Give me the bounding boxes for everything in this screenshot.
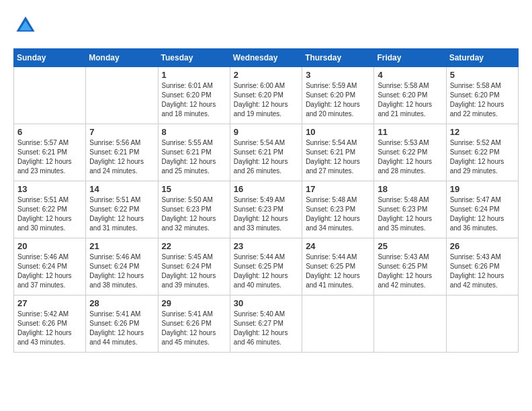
day-info: Sunrise: 5:58 AM Sunset: 6:20 PM Dayligh… — [450, 81, 515, 119]
day-number: 25 — [378, 241, 442, 251]
day-number: 12 — [450, 127, 515, 137]
calendar-cell: 25Sunrise: 5:43 AM Sunset: 6:25 PM Dayli… — [374, 238, 446, 295]
day-info: Sunrise: 5:54 AM Sunset: 6:21 PM Dayligh… — [234, 138, 298, 176]
calendar-cell — [374, 295, 446, 353]
page-header — [13, 13, 519, 38]
day-number: 28 — [89, 298, 154, 308]
day-number: 18 — [378, 184, 442, 194]
day-info: Sunrise: 5:52 AM Sunset: 6:22 PM Dayligh… — [450, 138, 515, 176]
calendar-cell: 4Sunrise: 5:58 AM Sunset: 6:20 PM Daylig… — [374, 67, 446, 124]
day-number: 22 — [162, 241, 226, 251]
day-info: Sunrise: 5:54 AM Sunset: 6:21 PM Dayligh… — [306, 138, 370, 176]
day-info: Sunrise: 6:01 AM Sunset: 6:20 PM Dayligh… — [162, 81, 226, 119]
weekday-header: Sunday — [14, 49, 86, 67]
day-number: 6 — [17, 127, 82, 137]
day-number: 26 — [450, 241, 515, 251]
calendar-cell: 22Sunrise: 5:45 AM Sunset: 6:24 PM Dayli… — [158, 238, 230, 295]
day-number: 7 — [89, 127, 154, 137]
day-number: 4 — [378, 70, 442, 80]
weekday-header: Thursday — [302, 49, 374, 67]
day-info: Sunrise: 5:43 AM Sunset: 6:25 PM Dayligh… — [378, 253, 442, 290]
calendar-cell: 13Sunrise: 5:51 AM Sunset: 6:22 PM Dayli… — [14, 181, 86, 238]
day-number: 23 — [234, 241, 298, 251]
day-number: 15 — [162, 184, 226, 194]
calendar-cell: 24Sunrise: 5:44 AM Sunset: 6:25 PM Dayli… — [302, 238, 374, 295]
day-number: 27 — [17, 298, 82, 308]
calendar-table: SundayMondayTuesdayWednesdayThursdayFrid… — [13, 48, 519, 353]
day-number: 29 — [162, 298, 226, 308]
day-info: Sunrise: 5:53 AM Sunset: 6:22 PM Dayligh… — [378, 138, 442, 176]
logo — [13, 13, 42, 38]
day-info: Sunrise: 5:41 AM Sunset: 6:26 PM Dayligh… — [89, 310, 154, 347]
calendar-cell: 2Sunrise: 6:00 AM Sunset: 6:20 PM Daylig… — [230, 67, 302, 124]
day-info: Sunrise: 5:50 AM Sunset: 6:23 PM Dayligh… — [162, 195, 226, 233]
day-info: Sunrise: 5:44 AM Sunset: 6:25 PM Dayligh… — [234, 253, 298, 290]
calendar-cell — [302, 295, 374, 353]
calendar-cell: 8Sunrise: 5:55 AM Sunset: 6:21 PM Daylig… — [158, 124, 230, 181]
day-info: Sunrise: 5:57 AM Sunset: 6:21 PM Dayligh… — [17, 138, 82, 176]
day-info: Sunrise: 5:48 AM Sunset: 6:23 PM Dayligh… — [378, 195, 442, 233]
day-number: 10 — [306, 127, 370, 137]
calendar-cell: 18Sunrise: 5:48 AM Sunset: 6:23 PM Dayli… — [374, 181, 446, 238]
day-number: 3 — [306, 70, 370, 80]
day-info: Sunrise: 5:51 AM Sunset: 6:22 PM Dayligh… — [89, 195, 154, 233]
week-row: 13Sunrise: 5:51 AM Sunset: 6:22 PM Dayli… — [14, 181, 519, 238]
logo-icon — [13, 13, 38, 38]
calendar-cell — [446, 295, 518, 353]
weekday-header: Saturday — [446, 49, 518, 67]
calendar-cell: 19Sunrise: 5:47 AM Sunset: 6:24 PM Dayli… — [446, 181, 518, 238]
week-row: 6Sunrise: 5:57 AM Sunset: 6:21 PM Daylig… — [14, 124, 519, 181]
day-info: Sunrise: 5:49 AM Sunset: 6:23 PM Dayligh… — [234, 195, 298, 233]
calendar-cell — [14, 67, 86, 124]
weekday-header: Wednesday — [230, 49, 302, 67]
calendar-cell: 1Sunrise: 6:01 AM Sunset: 6:20 PM Daylig… — [158, 67, 230, 124]
day-number: 30 — [234, 298, 298, 308]
week-row: 1Sunrise: 6:01 AM Sunset: 6:20 PM Daylig… — [14, 67, 519, 124]
day-number: 11 — [378, 127, 442, 137]
day-info: Sunrise: 5:42 AM Sunset: 6:26 PM Dayligh… — [17, 310, 82, 347]
day-info: Sunrise: 5:58 AM Sunset: 6:20 PM Dayligh… — [378, 81, 442, 119]
calendar-cell: 26Sunrise: 5:43 AM Sunset: 6:26 PM Dayli… — [446, 238, 518, 295]
day-number: 19 — [450, 184, 515, 194]
calendar-cell: 29Sunrise: 5:41 AM Sunset: 6:26 PM Dayli… — [158, 295, 230, 353]
day-number: 1 — [162, 70, 226, 80]
day-info: Sunrise: 5:59 AM Sunset: 6:20 PM Dayligh… — [306, 81, 370, 119]
day-info: Sunrise: 5:45 AM Sunset: 6:24 PM Dayligh… — [162, 253, 226, 290]
day-number: 17 — [306, 184, 370, 194]
calendar-cell: 3Sunrise: 5:59 AM Sunset: 6:20 PM Daylig… — [302, 67, 374, 124]
day-info: Sunrise: 5:55 AM Sunset: 6:21 PM Dayligh… — [162, 138, 226, 176]
day-info: Sunrise: 5:56 AM Sunset: 6:21 PM Dayligh… — [89, 138, 154, 176]
day-number: 5 — [450, 70, 515, 80]
day-number: 2 — [234, 70, 298, 80]
calendar-cell — [86, 67, 158, 124]
calendar-cell: 27Sunrise: 5:42 AM Sunset: 6:26 PM Dayli… — [14, 295, 86, 353]
day-info: Sunrise: 5:43 AM Sunset: 6:26 PM Dayligh… — [450, 253, 515, 290]
calendar-cell: 5Sunrise: 5:58 AM Sunset: 6:20 PM Daylig… — [446, 67, 518, 124]
calendar-cell: 7Sunrise: 5:56 AM Sunset: 6:21 PM Daylig… — [86, 124, 158, 181]
weekday-header-row: SundayMondayTuesdayWednesdayThursdayFrid… — [14, 49, 519, 67]
calendar-cell: 20Sunrise: 5:46 AM Sunset: 6:24 PM Dayli… — [14, 238, 86, 295]
day-info: Sunrise: 5:46 AM Sunset: 6:24 PM Dayligh… — [17, 253, 82, 290]
day-number: 9 — [234, 127, 298, 137]
calendar-cell: 17Sunrise: 5:48 AM Sunset: 6:23 PM Dayli… — [302, 181, 374, 238]
calendar-cell: 28Sunrise: 5:41 AM Sunset: 6:26 PM Dayli… — [86, 295, 158, 353]
weekday-header: Tuesday — [158, 49, 230, 67]
day-info: Sunrise: 5:40 AM Sunset: 6:27 PM Dayligh… — [234, 310, 298, 347]
day-info: Sunrise: 5:46 AM Sunset: 6:24 PM Dayligh… — [89, 253, 154, 290]
day-info: Sunrise: 6:00 AM Sunset: 6:20 PM Dayligh… — [234, 81, 298, 119]
calendar-cell: 16Sunrise: 5:49 AM Sunset: 6:23 PM Dayli… — [230, 181, 302, 238]
day-number: 14 — [89, 184, 154, 194]
weekday-header: Monday — [86, 49, 158, 67]
calendar-cell: 6Sunrise: 5:57 AM Sunset: 6:21 PM Daylig… — [14, 124, 86, 181]
weekday-header: Friday — [374, 49, 446, 67]
day-number: 24 — [306, 241, 370, 251]
calendar-cell: 11Sunrise: 5:53 AM Sunset: 6:22 PM Dayli… — [374, 124, 446, 181]
calendar-cell: 9Sunrise: 5:54 AM Sunset: 6:21 PM Daylig… — [230, 124, 302, 181]
calendar-cell: 30Sunrise: 5:40 AM Sunset: 6:27 PM Dayli… — [230, 295, 302, 353]
calendar-cell: 14Sunrise: 5:51 AM Sunset: 6:22 PM Dayli… — [86, 181, 158, 238]
calendar-cell: 21Sunrise: 5:46 AM Sunset: 6:24 PM Dayli… — [86, 238, 158, 295]
day-number: 8 — [162, 127, 226, 137]
day-info: Sunrise: 5:44 AM Sunset: 6:25 PM Dayligh… — [306, 253, 370, 290]
week-row: 27Sunrise: 5:42 AM Sunset: 6:26 PM Dayli… — [14, 295, 519, 353]
day-info: Sunrise: 5:51 AM Sunset: 6:22 PM Dayligh… — [17, 195, 82, 233]
